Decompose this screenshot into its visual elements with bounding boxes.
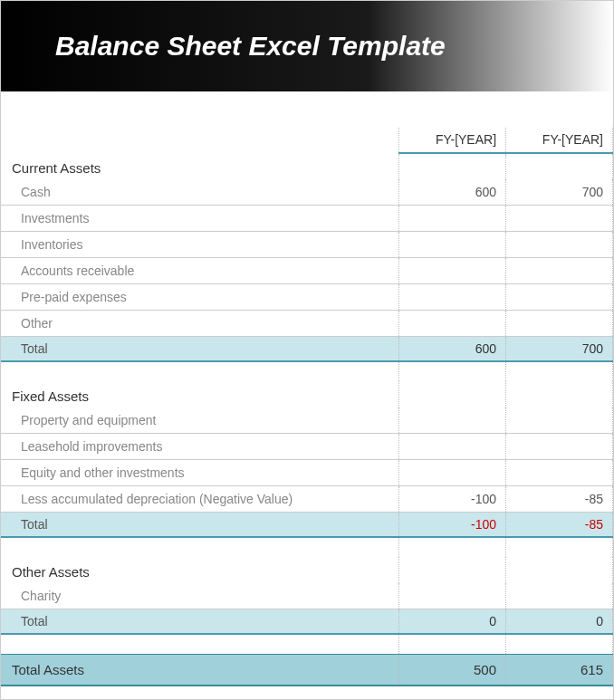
page-header: Balance Sheet Excel Template xyxy=(1,1,613,91)
grand-total-label: Total Assets xyxy=(1,654,399,686)
row-inventories: Inventories xyxy=(1,232,613,258)
section-title: Fixed Assets xyxy=(1,381,399,408)
section-title: Current Assets xyxy=(1,153,399,179)
row-other-total: Total 0 0 xyxy=(1,609,613,635)
row-current-total: Total 600 700 xyxy=(1,337,613,362)
section-other-assets: Other Assets xyxy=(1,557,613,583)
section-current-assets: Current Assets xyxy=(1,153,613,179)
row-other: Other xyxy=(1,311,613,337)
row-fixed-total: Total -100 -85 xyxy=(1,513,613,538)
row-investments: Investments xyxy=(1,206,613,232)
balance-table: FY-[YEAR] FY-[YEAR] Current Assets Cash … xyxy=(1,128,613,686)
row-cash: Cash 600 700 xyxy=(1,179,613,206)
row-total-assets: Total Assets 500 615 xyxy=(1,654,613,686)
row-property: Property and equipment xyxy=(1,408,613,434)
year2-header: FY-[YEAR] xyxy=(506,128,613,153)
row-leasehold: Leasehold improvements xyxy=(1,434,613,460)
row-prepaid: Pre-paid expenses xyxy=(1,284,613,311)
section-fixed-assets: Fixed Assets xyxy=(1,381,613,408)
balance-sheet: FY-[YEAR] FY-[YEAR] Current Assets Cash … xyxy=(1,91,613,686)
column-headers: FY-[YEAR] FY-[YEAR] xyxy=(1,128,613,153)
section-title: Other Assets xyxy=(1,557,399,583)
page-title: Balance Sheet Excel Template xyxy=(55,31,446,62)
row-depreciation: Less accumulated depreciation (Negative … xyxy=(1,486,613,513)
year1-header: FY-[YEAR] xyxy=(399,128,506,153)
row-charity: Charity xyxy=(1,583,613,609)
row-equity: Equity and other investments xyxy=(1,460,613,486)
row-accounts-receivable: Accounts receivable xyxy=(1,258,613,284)
